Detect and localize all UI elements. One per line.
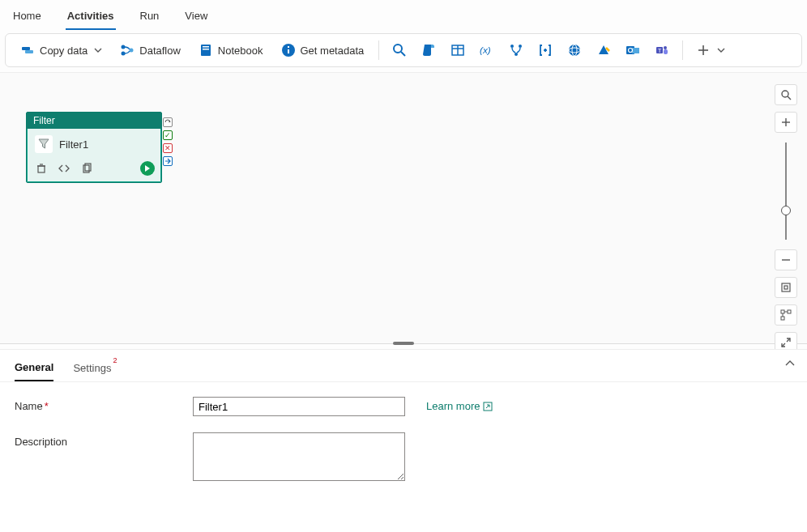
name-label-text: Name <box>15 400 43 412</box>
collapse-panel-button[interactable] <box>784 358 796 369</box>
svg-rect-46 <box>781 310 784 313</box>
svg-rect-30 <box>664 49 668 54</box>
tab-general[interactable]: General <box>15 358 53 381</box>
svg-rect-6 <box>203 46 209 48</box>
copy-data-button[interactable]: Copy data <box>12 40 110 61</box>
svg-rect-1 <box>25 50 33 53</box>
web-activity-button[interactable] <box>561 40 588 61</box>
port-on-skip[interactable] <box>163 117 173 127</box>
svg-line-40 <box>788 96 791 100</box>
run-activity-icon[interactable] <box>140 161 155 176</box>
svg-point-18 <box>519 45 522 48</box>
branch-icon <box>509 43 523 57</box>
learn-more-link[interactable]: Learn more <box>426 397 493 412</box>
top-tab-bar: Home Activities Run View <box>0 0 807 30</box>
zoom-fit-button[interactable] <box>775 277 797 298</box>
svg-text:T: T <box>658 48 662 53</box>
description-row: Description <box>15 432 792 481</box>
function-activity-button[interactable] <box>590 40 617 61</box>
append-activity-button[interactable] <box>532 40 559 61</box>
teams-activity-button[interactable]: T <box>648 40 676 61</box>
get-metadata-label: Get metadata <box>301 45 365 57</box>
svg-rect-7 <box>203 49 209 50</box>
copy-icon[interactable] <box>80 162 93 175</box>
name-row: Name* Learn more <box>15 397 792 416</box>
svg-rect-44 <box>782 283 790 292</box>
filter-icon <box>35 135 53 153</box>
svg-point-39 <box>782 91 788 97</box>
toolbar-separator-2 <box>682 40 683 60</box>
svg-rect-45 <box>784 286 788 289</box>
tab-home[interactable]: Home <box>11 6 43 30</box>
description-label: Description <box>15 432 177 448</box>
svg-text:(x): (x) <box>480 45 491 55</box>
get-metadata-button[interactable]: Get metadata <box>273 40 373 61</box>
code-icon[interactable] <box>58 162 70 175</box>
notebook-button[interactable]: Notebook <box>190 40 271 61</box>
dataflow-icon <box>120 43 134 57</box>
svg-point-3 <box>122 52 126 56</box>
svg-point-19 <box>515 53 518 56</box>
script-icon <box>421 43 436 57</box>
tab-view[interactable]: View <box>183 6 209 30</box>
svg-point-11 <box>394 45 402 53</box>
port-on-success[interactable]: ✓ <box>163 130 173 140</box>
chevron-down-icon <box>717 46 725 54</box>
switch-activity-button[interactable] <box>502 40 530 61</box>
properties-tabs: General Settings2 <box>0 350 807 382</box>
variable-icon: (x) <box>480 43 494 57</box>
copy-data-icon <box>20 43 35 57</box>
notebook-label: Notebook <box>218 45 263 57</box>
port-on-fail[interactable]: ✕ <box>163 143 173 153</box>
tab-settings[interactable]: Settings2 <box>73 358 115 381</box>
svg-rect-48 <box>781 317 784 320</box>
toolbar-container: Copy data Dataflow Notebook Get metadata <box>0 30 807 72</box>
zoom-controls <box>775 84 797 353</box>
canvas-search-button[interactable] <box>775 84 797 105</box>
lookup-activity-button[interactable] <box>386 40 413 61</box>
svg-rect-37 <box>83 165 89 172</box>
name-input[interactable] <box>193 397 405 416</box>
required-asterisk: * <box>45 400 49 412</box>
zoom-slider-handle[interactable] <box>781 206 791 215</box>
activity-node-filter[interactable]: Filter Filter1 ✓ ✕ <box>26 112 162 183</box>
description-input[interactable] <box>193 432 405 481</box>
function-icon <box>596 43 611 57</box>
info-icon <box>281 43 296 57</box>
svg-rect-34 <box>38 166 45 172</box>
bracket-icon <box>538 43 553 57</box>
add-activity-button[interactable] <box>690 40 732 61</box>
svg-rect-9 <box>288 49 289 53</box>
activity-node-type: Filter <box>27 113 161 129</box>
auto-align-button[interactable] <box>775 304 797 326</box>
svg-point-17 <box>510 45 514 48</box>
learn-more-label: Learn more <box>426 400 480 412</box>
script-activity-button[interactable] <box>415 40 442 61</box>
stored-proc-activity-button[interactable] <box>444 40 472 61</box>
name-label: Name* <box>15 397 177 412</box>
set-variable-activity-button[interactable]: (x) <box>473 40 501 61</box>
table-icon <box>450 43 465 57</box>
zoom-in-button[interactable] <box>775 112 797 133</box>
activities-toolbar: Copy data Dataflow Notebook Get metadata <box>5 33 802 67</box>
plus-icon <box>696 43 711 57</box>
svg-rect-26 <box>632 48 639 53</box>
properties-panel: General Settings2 Name* Learn more Descr… <box>0 349 807 532</box>
tab-run[interactable]: Run <box>139 6 161 30</box>
pipeline-canvas-wrap: Filter Filter1 ✓ ✕ <box>0 72 807 344</box>
dataflow-button[interactable]: Dataflow <box>112 40 189 61</box>
delete-icon[interactable] <box>35 162 48 175</box>
dataflow-label: Dataflow <box>139 45 181 57</box>
zoom-slider-track[interactable] <box>785 143 787 240</box>
notebook-icon <box>199 43 213 57</box>
tab-activities[interactable]: Activities <box>66 6 116 30</box>
svg-rect-10 <box>288 46 289 48</box>
outlook-activity-button[interactable] <box>619 40 647 61</box>
zoom-out-button[interactable] <box>775 249 797 270</box>
external-link-icon <box>483 402 493 411</box>
svg-rect-47 <box>788 310 791 313</box>
port-on-completion[interactable] <box>163 156 173 166</box>
activity-node-name: Filter1 <box>59 138 88 151</box>
teams-icon: T <box>655 43 669 57</box>
pipeline-canvas[interactable]: Filter Filter1 ✓ ✕ <box>0 73 807 343</box>
